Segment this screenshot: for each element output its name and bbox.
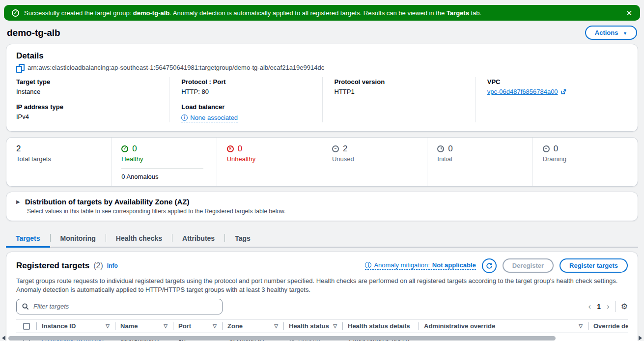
vpc-label: VPC <box>487 78 628 85</box>
scrollbar-track[interactable] <box>7 336 637 341</box>
healthy-label: Healthy <box>121 155 210 163</box>
gear-icon[interactable]: ⚙ <box>621 303 628 311</box>
page-horizontal-scrollbar[interactable] <box>0 335 644 341</box>
registered-targets-header: Registered targets (2) Info i Anomaly mi… <box>16 258 628 273</box>
metric-unhealthy: ✕ 0 Unhealthy <box>217 138 322 186</box>
details-grid: Target type Instance IP address type IPv… <box>16 77 628 122</box>
refresh-icon <box>486 262 493 269</box>
registered-targets-card: Registered targets (2) Info i Anomaly mi… <box>6 252 638 341</box>
draining-status-icon: − <box>543 145 550 152</box>
target-type-label: Target type <box>16 78 169 85</box>
metric-unused: − 2 Unused <box>322 138 427 186</box>
anomaly-mitigation-link[interactable]: i Anomaly mitigation: Not applicable <box>365 261 476 270</box>
load-balancer-value: None associated <box>190 114 238 121</box>
column-header-administrative-override[interactable]: Administrative override ▽ <box>419 320 588 333</box>
column-header-health-status-details: Health status details <box>343 320 419 333</box>
sort-icon[interactable]: ▽ <box>333 323 338 329</box>
pager-divider <box>616 301 616 312</box>
disclosure-triangle-icon: ▶ <box>16 199 20 204</box>
success-check-icon: ✓ <box>12 9 19 17</box>
tab-attributes[interactable]: Attributes <box>172 230 224 247</box>
filter-targets-input[interactable] <box>16 299 223 314</box>
ip-address-type-label: IP address type <box>16 103 169 111</box>
field-protocol-port: Protocol : Port HTTP: 80 <box>181 78 322 95</box>
load-balancer-label: Load balancer <box>181 103 322 111</box>
field-protocol-version: Protocol version HTTP1 <box>335 78 475 95</box>
column-label: Instance ID <box>42 322 76 330</box>
column-header-name[interactable]: Name ▽ <box>115 320 173 333</box>
field-ip-address-type: IP address type IPv4 <box>16 103 169 120</box>
tab-tags[interactable]: Tags <box>225 230 260 247</box>
next-page-icon[interactable]: › <box>606 302 611 311</box>
scroll-right-icon[interactable] <box>639 336 642 341</box>
unused-label: Unused <box>332 155 421 163</box>
anomalous-count: 0 Anomalous <box>121 173 210 180</box>
flash-targets-tab-ref: Targets <box>447 9 469 17</box>
initial-label: Initial <box>437 155 526 163</box>
flash-target-group-name: demo-tg-alb <box>133 9 169 17</box>
column-header-health-status[interactable]: Health status ▽ <box>284 320 343 333</box>
metric-initial: 0 Initial <box>427 138 532 186</box>
tab-health-checks[interactable]: Health checks <box>106 230 172 247</box>
az-distribution-toggle[interactable]: ▶ Distribution of targets by Availabilit… <box>16 198 628 206</box>
field-vpc: VPC vpc-06d487f6856784a00 <box>487 78 628 95</box>
sort-icon[interactable]: ▽ <box>579 323 584 329</box>
tab-monitoring[interactable]: Monitoring <box>51 230 106 247</box>
healthy-status-icon: ✓ <box>121 145 128 152</box>
flash-text-prefix: Successfully created the target group: <box>24 9 133 17</box>
scrollbar-thumb[interactable] <box>8 336 556 341</box>
unused-value: 2 <box>343 144 347 154</box>
copy-icon[interactable] <box>16 64 24 71</box>
total-targets-value: 2 <box>16 144 21 154</box>
details-column-4: VPC vpc-06d487f6856784a00 <box>475 77 628 122</box>
initial-value: 0 <box>448 144 452 154</box>
deregister-button[interactable]: Deregister <box>503 258 554 273</box>
details-heading: Details <box>16 51 628 61</box>
field-load-balancer: Load balancer i None associated <box>181 103 322 122</box>
sort-icon[interactable]: ▽ <box>106 323 111 329</box>
previous-page-icon[interactable]: ‹ <box>588 302 592 311</box>
flash-text-suffix: tab. <box>469 9 481 17</box>
column-header-port[interactable]: Port ▽ <box>173 320 223 333</box>
total-targets-label: Total targets <box>16 155 105 163</box>
success-flashbar: ✓ Successfully created the target group:… <box>4 5 640 21</box>
unhealthy-status-icon: ✕ <box>227 145 234 152</box>
scroll-left-icon[interactable] <box>2 336 5 341</box>
select-all-checkbox[interactable] <box>23 323 30 330</box>
metric-total-targets: 2 Total targets <box>6 138 111 186</box>
column-label: Health status <box>289 322 329 330</box>
az-distribution-subtitle: Select values in this table to see corre… <box>27 208 628 215</box>
column-label: Administrative override <box>424 322 495 330</box>
flash-text-middle: . Anomaly detection is automatically app… <box>169 9 447 17</box>
ip-address-type-value: IPv4 <box>16 113 169 120</box>
details-column-2: Protocol : Port HTTP: 80 Load balancer i… <box>169 77 322 122</box>
sort-icon[interactable]: ▽ <box>164 323 168 329</box>
current-page-button[interactable]: 1 <box>597 303 601 311</box>
unhealthy-label: Unhealthy <box>227 155 316 163</box>
refresh-button[interactable] <box>482 258 497 273</box>
sort-icon[interactable]: ▽ <box>213 323 218 329</box>
column-label: Health status details <box>348 322 410 330</box>
sort-icon[interactable]: ▽ <box>274 323 279 329</box>
actions-label: Actions <box>595 29 618 36</box>
actions-button[interactable]: Actions ▼ <box>585 26 637 40</box>
page-title: demo-tg-alb <box>7 28 60 38</box>
healthy-value: 0 <box>132 144 137 154</box>
protocol-port-value: HTTP: 80 <box>181 88 322 95</box>
anomaly-mitigation-label: Anomaly mitigation: <box>374 261 429 269</box>
register-targets-button[interactable]: Register targets <box>560 258 628 273</box>
tab-targets[interactable]: Targets <box>6 230 50 247</box>
flashbar-message: Successfully created the target group: d… <box>24 9 621 17</box>
healthy-divider <box>121 168 203 169</box>
column-header-instance-id[interactable]: Instance ID ▽ <box>37 320 115 333</box>
column-header-zone[interactable]: Zone ▽ <box>223 320 284 333</box>
unhealthy-value: 0 <box>238 144 242 154</box>
az-distribution-card: ▶ Distribution of targets by Availabilit… <box>6 192 638 221</box>
column-label: Port <box>178 322 191 330</box>
column-label: Name <box>120 322 138 330</box>
info-link[interactable]: Info <box>107 262 118 269</box>
vpc-link[interactable]: vpc-06d487f6856784a00 <box>487 88 566 95</box>
close-icon[interactable]: ✕ <box>626 9 632 17</box>
load-balancer-none-link[interactable]: i None associated <box>181 114 238 122</box>
column-label: Override details <box>593 322 628 330</box>
